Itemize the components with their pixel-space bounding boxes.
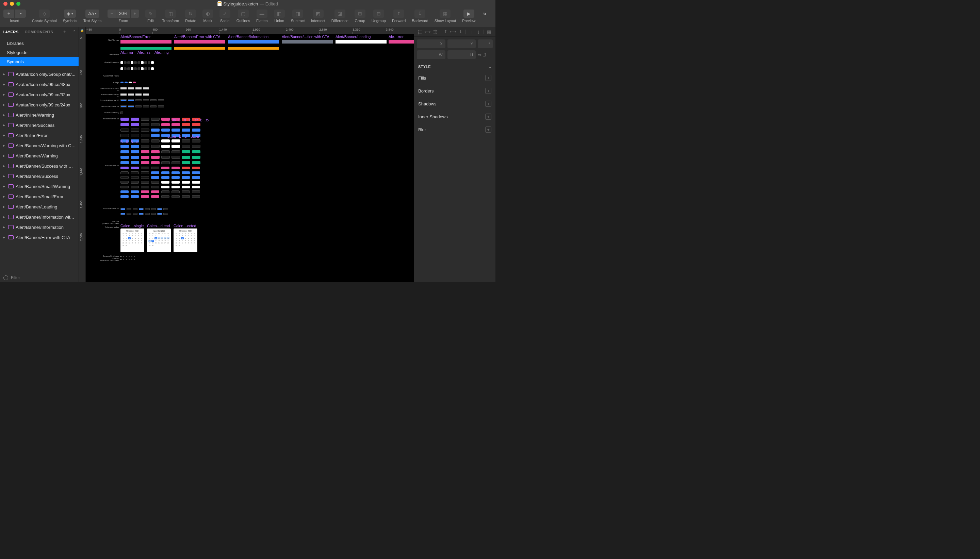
button-chip[interactable] <box>141 117 149 121</box>
layer-item[interactable]: ▶Alert/Banner/Information <box>0 222 79 232</box>
button-chip[interactable] <box>131 171 139 174</box>
button-chip[interactable] <box>161 161 170 164</box>
button-chip[interactable] <box>161 167 169 169</box>
distribute-v-button[interactable]: ⫿ <box>475 29 481 35</box>
button-chip[interactable] <box>141 181 149 184</box>
button-chip[interactable] <box>141 156 149 159</box>
button-chip[interactable] <box>121 150 129 153</box>
button-chip[interactable] <box>151 150 159 153</box>
button-link-chip[interactable] <box>128 99 134 101</box>
zoom-value[interactable]: 20% <box>116 10 130 18</box>
rotation-field[interactable]: ° <box>478 40 493 48</box>
breadcrumb-chip[interactable] <box>136 88 141 89</box>
difference-button[interactable]: ◪ <box>335 10 345 18</box>
button-link-chip[interactable] <box>121 99 127 101</box>
style-section-shadows[interactable]: Shadows+ <box>414 97 496 110</box>
button-chip[interactable] <box>151 181 159 184</box>
width-field[interactable]: W <box>417 50 445 59</box>
button-chip[interactable] <box>145 213 150 215</box>
banner-artboard[interactable] <box>121 40 171 43</box>
button-chip[interactable] <box>171 145 180 148</box>
artboard-label[interactable]: Ale…ing <box>154 50 169 55</box>
layer-item[interactable]: ▶Alert/Banner/Loading <box>0 202 79 212</box>
carousel-dot[interactable] <box>123 256 124 257</box>
flatten-button[interactable]: ▬ <box>257 10 267 18</box>
button-chip[interactable] <box>161 190 169 193</box>
add-style-button[interactable]: + <box>485 126 491 132</box>
group-button[interactable]: ⊞ <box>355 10 365 18</box>
canvas[interactable]: Alert/BannerAlert/InlineAvatar/Icon only… <box>86 34 414 282</box>
button-chip[interactable] <box>161 195 169 198</box>
button-chip[interactable] <box>182 145 190 148</box>
button-link-chip[interactable] <box>136 99 141 101</box>
button-chip[interactable] <box>161 145 170 148</box>
scale-button[interactable]: ⤢ <box>219 10 230 18</box>
button-chip[interactable] <box>192 167 200 169</box>
artboard-label[interactable]: Alert/Banner/Information <box>228 35 269 39</box>
button-chip[interactable] <box>121 213 125 215</box>
button-chip[interactable] <box>121 171 129 174</box>
y-field[interactable]: Y <box>448 40 476 48</box>
avatar-chip[interactable] <box>151 67 154 70</box>
button-chip[interactable] <box>192 150 201 153</box>
button-chip[interactable] <box>163 213 168 215</box>
avatar-chip[interactable] <box>151 61 154 64</box>
close-window-button[interactable] <box>3 2 7 6</box>
button-chip[interactable] <box>151 117 159 121</box>
banner-artboard[interactable] <box>174 47 225 50</box>
align-left-button[interactable]: ⬱ <box>417 29 423 35</box>
layer-item[interactable]: ▶Alert/Banner/Error with CTA <box>0 232 79 242</box>
button-chip[interactable] <box>121 156 129 159</box>
artboard-label[interactable]: Ale…rror <box>389 35 404 39</box>
button-chip[interactable] <box>182 150 190 153</box>
carousel-dot[interactable] <box>134 256 135 257</box>
align-center-h-button[interactable]: ⟷ <box>425 29 430 35</box>
disclosure-triangle-icon[interactable]: ▶ <box>3 164 6 168</box>
button-chip[interactable] <box>151 129 159 132</box>
disclosure-triangle-icon[interactable]: ▶ <box>3 113 6 117</box>
breadcrumb-chip[interactable] <box>128 94 134 96</box>
symbols-button[interactable]: ◈▾ <box>64 10 76 18</box>
button-chip[interactable] <box>151 208 156 210</box>
button-chip[interactable] <box>171 181 180 184</box>
carousel-dot[interactable] <box>126 259 127 260</box>
disclosure-triangle-icon[interactable]: ▶ <box>3 174 6 178</box>
align-top-button[interactable]: ⤒ <box>442 29 448 35</box>
layer-item[interactable]: ▶Alert/Banner/Success <box>0 171 79 181</box>
button-chip[interactable] <box>182 186 190 189</box>
zoom-in-button[interactable]: + <box>131 10 139 18</box>
button-chip[interactable] <box>141 167 149 169</box>
breadcrumb-chip[interactable] <box>128 88 134 89</box>
banner-artboard[interactable] <box>282 40 333 43</box>
avatar-chip[interactable] <box>144 67 147 70</box>
button-chip[interactable] <box>121 134 129 137</box>
button-chip[interactable] <box>121 181 129 184</box>
flip-v-button[interactable]: ⇵ <box>483 50 487 59</box>
button-chip[interactable] <box>151 145 159 148</box>
banner-artboard[interactable] <box>335 40 386 43</box>
button-chip[interactable] <box>171 156 180 159</box>
edit-button[interactable]: ✎ <box>145 10 156 18</box>
distribute-h-button[interactable]: ⫼ <box>468 29 474 35</box>
button-chip[interactable] <box>161 186 169 189</box>
button-chip[interactable] <box>141 129 149 132</box>
layer-item[interactable]: ▶Avatar/Icon only/99.co/48px <box>0 79 79 89</box>
button-chip[interactable] <box>131 186 139 189</box>
x-field[interactable]: X <box>417 40 445 48</box>
button-chip[interactable] <box>141 161 149 164</box>
button-chip[interactable] <box>121 145 129 148</box>
button-chip[interactable] <box>141 176 149 179</box>
button-chip[interactable] <box>131 190 139 193</box>
button-chip[interactable] <box>182 171 190 174</box>
button-chip[interactable] <box>151 161 159 164</box>
avatar-chip[interactable] <box>134 67 137 70</box>
layer-item[interactable]: ▶Avatar/Icon only/Group chat/... <box>0 69 79 79</box>
button-chip[interactable] <box>157 208 162 210</box>
banner-artboard[interactable] <box>228 40 279 43</box>
artboard-label[interactable]: B…d <box>131 140 138 144</box>
artboard-label[interactable]: Calen…ected <box>174 224 196 228</box>
button-chip[interactable] <box>131 134 139 137</box>
badge-chip[interactable] <box>124 82 128 83</box>
button-chip[interactable] <box>121 129 129 132</box>
layer-item[interactable]: ▶Alert/Inline/Success <box>0 120 79 130</box>
